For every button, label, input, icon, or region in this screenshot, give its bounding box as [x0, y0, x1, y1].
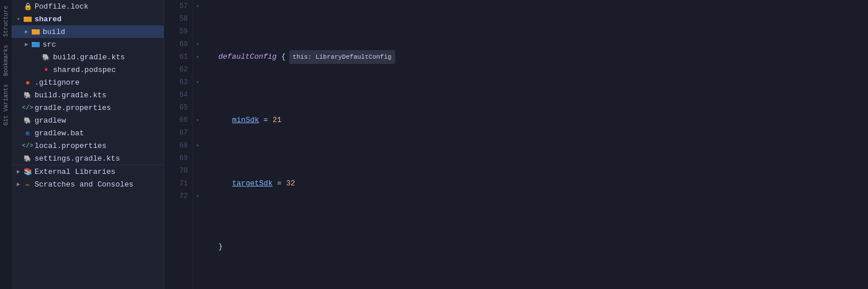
svg-rect-5	[32, 42, 35, 43]
sidebar-item-build-gradle[interactable]: 🐘 build.gradle.kts	[12, 51, 164, 63]
sidebar-item-label: gradlew	[35, 116, 66, 125]
sidebar-item-gitignore[interactable]: ◆ .gitignore	[12, 76, 164, 89]
sidebar-item-gradle-properties[interactable]: </> gradle.properties	[12, 101, 164, 114]
spacer	[33, 54, 40, 60]
line-num-63: 63	[164, 76, 188, 89]
expand-arrow-icon: ▶	[15, 181, 22, 188]
line-num-59: 59	[164, 25, 188, 38]
code-plain	[276, 51, 281, 63]
sidebar-item-label: External Libraries	[35, 168, 115, 176]
fold-gutter: ▾ ▾ ▾ ▾ ▾ ▾ ▾	[193, 0, 202, 289]
line-num-65: 65	[164, 101, 188, 114]
num-32: 32	[286, 177, 295, 190]
svg-rect-1	[24, 17, 27, 18]
sidebar-item-label: settings.gradle.kts	[35, 154, 120, 163]
sidebar-item-label: gradle.properties	[35, 104, 111, 112]
sidebar-item-scratches[interactable]: ▶ ✏️ Scratches and Consoles	[12, 178, 164, 191]
fold-57[interactable]: ▾	[193, 0, 202, 13]
fold-63[interactable]: ▾	[193, 76, 202, 89]
sidebar-item-label: gradlew.bat	[35, 129, 84, 138]
code-content[interactable]: defaultConfig { this: LibraryDefaultConf…	[202, 0, 868, 289]
bookmarks-tab[interactable]: Bookmarks	[2, 41, 10, 79]
spacer	[15, 155, 22, 162]
left-panel-strip: Structure Bookmarks Git Variants	[0, 0, 12, 289]
code-editor: 57 58 59 60 61 62 63 64 65 66 67 68 69 7…	[164, 0, 868, 289]
folder-icon	[31, 27, 40, 36]
line-num-57: 57	[164, 0, 188, 13]
fold-69	[193, 152, 202, 165]
sidebar-item-external-libraries[interactable]: ▶ 📚 External Libraries	[12, 165, 164, 178]
line-num-62: 62	[164, 63, 188, 76]
line-num-71: 71	[164, 177, 188, 190]
expand-arrow-icon: ▶	[23, 41, 30, 48]
spacer	[15, 104, 22, 111]
fold-71	[193, 177, 202, 190]
fold-58	[193, 13, 202, 25]
hint-defaultConfig: this: LibraryDefaultConfig	[289, 50, 395, 64]
sidebar-item-src[interactable]: ▶ src	[12, 38, 164, 51]
spacer	[15, 92, 22, 98]
sidebar-item-build[interactable]: ▶ build	[12, 25, 164, 38]
fold-59	[193, 25, 202, 38]
gradle-icon: 🐘	[23, 154, 32, 163]
line-num-72: 72	[164, 190, 188, 203]
sidebar-item-local-properties[interactable]: </> local.properties	[12, 139, 164, 152]
script-icon: 🐘	[23, 116, 32, 125]
git-variants-tab[interactable]: Git Variants	[2, 81, 10, 129]
sidebar-item-label: src	[43, 40, 56, 49]
code-plain: =	[272, 177, 286, 190]
fold-60[interactable]: ▾	[193, 38, 202, 51]
fold-70	[193, 165, 202, 177]
num-21: 21	[272, 114, 282, 127]
brace-open: {	[281, 51, 286, 63]
sidebar-item-settings-gradle[interactable]: 🐘 settings.gradle.kts	[12, 152, 164, 165]
fold-67	[193, 127, 202, 139]
gradle-file-icon: 🐘	[41, 52, 51, 62]
line-num-70: 70	[164, 165, 188, 177]
fold-64	[193, 89, 202, 101]
sidebar-item-gradlew[interactable]: 🐘 gradlew	[12, 114, 164, 127]
brace-close: }	[218, 241, 223, 253]
folder-icon	[23, 14, 32, 24]
line-num-64: 64	[164, 89, 188, 101]
structure-tab[interactable]: Structure	[2, 2, 10, 40]
xml-icon: </>	[23, 103, 32, 112]
fold-61[interactable]: ▾	[193, 51, 202, 63]
expand-arrow-icon: ▶	[15, 168, 22, 175]
properties-icon: </>	[23, 141, 32, 150]
expand-icon	[15, 3, 22, 10]
sidebar-item-gradlew-bat[interactable]: ⊞ gradlew.bat	[12, 127, 164, 139]
fold-65	[193, 101, 202, 114]
line-num-61: 61	[164, 51, 188, 63]
line-num-67: 67	[164, 127, 188, 139]
sidebar-item-podfile-lock[interactable]: 🔒 Podfile.lock	[12, 0, 164, 13]
sidebar-item-label: shared.podspec	[53, 66, 116, 74]
sidebar-item-label: build	[43, 28, 65, 36]
line-num-60: 60	[164, 38, 188, 51]
sidebar-item-label: build.gradle.kts	[35, 91, 107, 100]
spacer	[15, 142, 22, 149]
sidebar-item-shared[interactable]: ▾ shared	[12, 13, 164, 25]
line-num-58: 58	[164, 13, 188, 25]
spacer	[15, 117, 22, 124]
prop-targetSdk: targetSdk	[232, 177, 272, 190]
spacer	[15, 79, 22, 86]
fold-68[interactable]: ▾	[193, 139, 202, 152]
keyword-defaultConfig: defaultConfig	[218, 51, 276, 63]
expand-arrow-icon: ▾	[15, 16, 22, 22]
svg-rect-3	[32, 29, 35, 31]
git-icon: ◆	[23, 78, 32, 87]
bat-icon: ⊞	[23, 128, 32, 138]
gradle-file-icon: 🐘	[23, 90, 32, 100]
podspec-icon: ●	[41, 65, 51, 74]
sidebar-item-label: .gitignore	[35, 78, 79, 87]
line-num-66: 66	[164, 114, 188, 127]
fold-72[interactable]: ▾	[193, 190, 202, 203]
sidebar-item-label: Scratches and Consoles	[35, 180, 134, 189]
sidebar-item-label: shared	[35, 15, 62, 24]
spacer	[33, 66, 40, 73]
prop-minSdk: minSdk	[232, 114, 259, 127]
fold-66[interactable]: ▾	[193, 114, 202, 127]
sidebar-item-shared-podspec[interactable]: ● shared.podspec	[12, 63, 164, 76]
sidebar-item-build-gradle-root[interactable]: 🐘 build.gradle.kts	[12, 89, 164, 101]
